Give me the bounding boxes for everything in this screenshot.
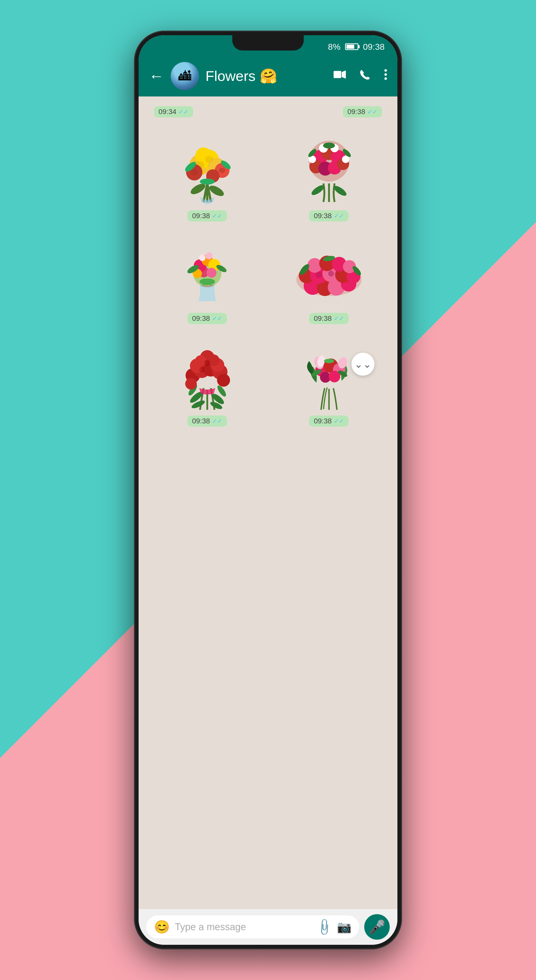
sticker-1-time: 09:38 ✓✓ — [187, 210, 227, 221]
header-title: Flowers 🤗 — [205, 67, 326, 84]
svg-point-23 — [200, 179, 215, 185]
avatar[interactable] — [171, 62, 199, 90]
chat-header: ← Flowers 🤗 — [138, 56, 398, 97]
time-display: 09:38 — [363, 42, 385, 52]
svg-point-86 — [217, 374, 230, 387]
top-time-right-text: 09:38 — [347, 108, 365, 116]
sticker-6-time: 09:38 ✓✓ — [309, 415, 348, 427]
battery-percent: 8% — [328, 42, 340, 52]
sticker-col-1: 09:38 ✓✓ — [149, 121, 266, 221]
sticker-col-2: 09:38 ✓✓ — [270, 121, 387, 221]
svg-point-50 — [207, 268, 216, 278]
svg-rect-0 — [334, 71, 341, 78]
top-time-right: 09:38 ✓✓ — [343, 104, 382, 118]
status-bar-right: 8% 09:38 — [328, 42, 385, 52]
mic-icon: 🎤 — [369, 919, 385, 935]
header-actions — [333, 68, 387, 84]
chat-area[interactable]: 09:34 ✓✓ 09:38 ✓✓ — [138, 97, 398, 909]
flower-sticker-5 — [164, 327, 251, 414]
svg-point-71 — [315, 272, 322, 278]
scroll-down-button[interactable]: ⌄⌄ — [352, 353, 374, 375]
sticker-col-3: 09:38 ✓✓ — [149, 224, 266, 324]
phone-notch — [232, 35, 304, 51]
phone-screen: 8% 09:38 ← Flowers 🤗 — [138, 35, 398, 945]
svg-point-24 — [310, 183, 325, 197]
svg-point-19 — [191, 169, 197, 175]
svg-point-4 — [384, 77, 387, 80]
svg-point-53 — [199, 255, 205, 261]
svg-point-72 — [328, 271, 334, 277]
top-timestamps-row: 09:34 ✓✓ 09:38 ✓✓ — [149, 104, 387, 118]
svg-point-52 — [205, 252, 213, 259]
video-call-icon[interactable] — [333, 68, 346, 84]
svg-point-3 — [384, 73, 387, 76]
message-input[interactable]: Type a message — [175, 921, 312, 932]
bottom-bar: 😊 Type a message 📎 📷 🎤 — [138, 909, 398, 945]
sticker-row-3: 09:38 ✓✓ — [149, 327, 387, 427]
attach-button[interactable]: 📎 — [315, 917, 334, 937]
svg-point-94 — [204, 360, 210, 366]
top-checks-right: ✓✓ — [367, 108, 377, 115]
svg-point-95 — [199, 368, 204, 372]
sticker-row-1: 09:38 ✓✓ — [149, 121, 387, 221]
svg-marker-1 — [342, 70, 346, 79]
flower-sticker-4 — [286, 224, 372, 311]
flower-sticker-1 — [164, 121, 251, 208]
sticker-row-2: 09:38 ✓✓ — [149, 224, 387, 324]
phone-call-icon[interactable] — [359, 68, 371, 84]
sticker-col-6: 09:38 ✓✓ — [270, 327, 387, 427]
sticker-2-time: 09:38 ✓✓ — [309, 210, 348, 221]
top-time-left-text: 09:34 — [159, 108, 177, 116]
svg-point-92 — [195, 355, 206, 367]
sticker-5-time: 09:38 ✓✓ — [187, 415, 227, 427]
more-options-icon[interactable] — [384, 68, 387, 84]
back-button[interactable]: ← — [149, 68, 164, 84]
scroll-down-icon: ⌄⌄ — [354, 359, 372, 369]
mic-button[interactable]: 🎤 — [364, 914, 390, 940]
message-input-container[interactable]: 😊 Type a message 📎 📷 — [146, 915, 359, 939]
svg-point-20 — [219, 168, 225, 173]
svg-point-56 — [199, 278, 215, 285]
svg-point-15 — [205, 156, 213, 162]
top-checks-left: ✓✓ — [178, 108, 189, 115]
svg-point-2 — [384, 69, 387, 72]
top-time-left: 09:34 ✓✓ — [154, 104, 193, 118]
flower-sticker-2 — [286, 121, 372, 208]
sticker-col-4: 09:38 ✓✓ — [270, 224, 387, 324]
phone-outer: 8% 09:38 ← Flowers 🤗 — [134, 30, 402, 950]
sticker-4-time: 09:38 ✓✓ — [309, 313, 348, 324]
flower-sticker-3 — [164, 224, 251, 311]
contact-name: Flowers 🤗 — [205, 67, 326, 84]
svg-point-87 — [185, 378, 197, 390]
camera-button[interactable]: 📷 — [337, 920, 352, 934]
svg-point-38 — [323, 143, 335, 148]
sticker-3-time: 09:38 ✓✓ — [187, 313, 227, 324]
battery-icon — [345, 43, 358, 50]
svg-point-104 — [324, 359, 334, 363]
emoji-button[interactable]: 😊 — [154, 920, 170, 934]
svg-point-25 — [332, 184, 348, 197]
sticker-col-5: 09:38 ✓✓ — [149, 327, 266, 427]
